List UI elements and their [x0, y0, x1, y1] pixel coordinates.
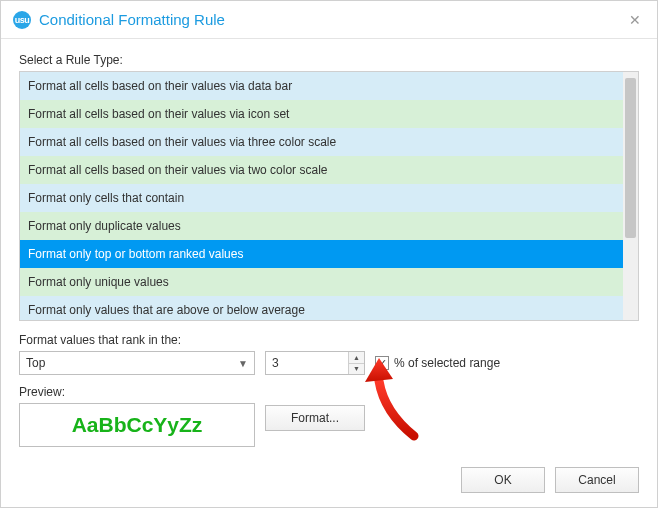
rule-type-item-selected[interactable]: Format only top or bottom ranked values — [20, 240, 623, 268]
window-title: Conditional Formatting Rule — [39, 11, 225, 28]
format-button[interactable]: Format... — [265, 405, 365, 431]
rule-type-item[interactable]: Format only values that are above or bel… — [20, 296, 623, 320]
rule-type-item[interactable]: Format only cells that contain — [20, 184, 623, 212]
spinner-down-icon[interactable]: ▼ — [349, 364, 364, 375]
rank-count-spinner[interactable]: 3 ▲ ▼ — [265, 351, 365, 375]
rule-type-item[interactable]: Format all cells based on their values v… — [20, 100, 623, 128]
preview-box: AaBbCcYyZz — [19, 403, 255, 447]
percent-checkbox-label: % of selected range — [394, 356, 500, 370]
rule-list-scrollbar[interactable] — [623, 72, 638, 320]
rule-type-item[interactable]: Format only duplicate values — [20, 212, 623, 240]
rule-type-item[interactable]: Format all cells based on their values v… — [20, 128, 623, 156]
rule-type-item[interactable]: Format all cells based on their values v… — [20, 72, 623, 100]
spinner-up-icon[interactable]: ▲ — [349, 352, 364, 364]
app-icon: usu — [13, 11, 31, 29]
scroll-thumb[interactable] — [625, 78, 636, 238]
rank-count-value[interactable]: 3 — [266, 352, 348, 374]
dialog-footer: OK Cancel — [461, 467, 639, 493]
rank-direction-value: Top — [26, 356, 45, 370]
rule-type-list: Format all cells based on their values v… — [19, 71, 639, 321]
rank-direction-select[interactable]: Top ▼ — [19, 351, 255, 375]
ok-button[interactable]: OK — [461, 467, 545, 493]
preview-sample-text: AaBbCcYyZz — [72, 413, 203, 437]
rule-type-label: Select a Rule Type: — [19, 53, 639, 67]
rank-label: Format values that rank in the: — [19, 333, 639, 347]
rule-type-item[interactable]: Format all cells based on their values v… — [20, 156, 623, 184]
cancel-button[interactable]: Cancel — [555, 467, 639, 493]
percent-checkbox-group[interactable]: ✓ % of selected range — [375, 356, 500, 370]
preview-label: Preview: — [19, 385, 255, 399]
title-bar: usu Conditional Formatting Rule ✕ — [1, 1, 657, 39]
percent-checkbox[interactable]: ✓ — [375, 356, 389, 370]
close-icon[interactable]: ✕ — [623, 8, 647, 32]
rule-type-item[interactable]: Format only unique values — [20, 268, 623, 296]
chevron-down-icon: ▼ — [238, 358, 248, 369]
